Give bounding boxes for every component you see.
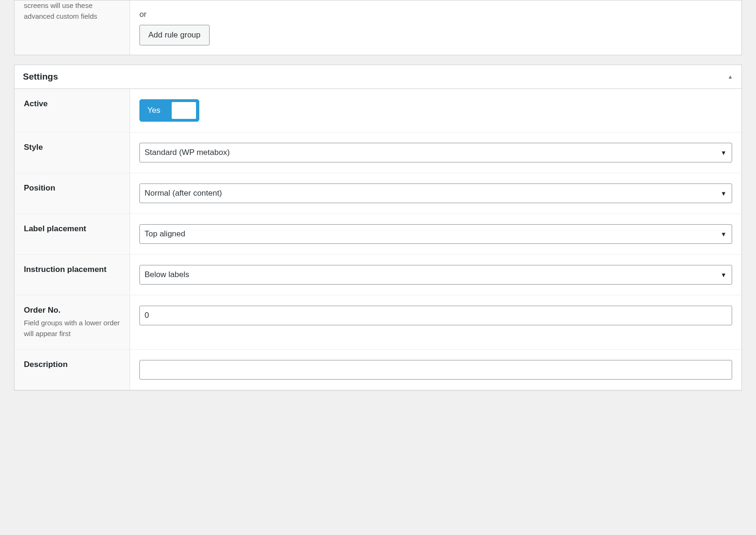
field-description: Description xyxy=(15,350,741,390)
settings-postbox: Settings ▲ Active Yes Style xyxy=(14,65,742,390)
label-position-text: Position xyxy=(24,183,120,193)
active-toggle[interactable]: Yes xyxy=(139,99,199,122)
label-style: Style xyxy=(15,132,130,173)
label-label-placement-text: Label placement xyxy=(24,224,120,234)
settings-title: Settings xyxy=(23,72,58,82)
instruction-placement-select[interactable]: Below labels xyxy=(139,265,732,285)
input-position: Normal (after content) xyxy=(130,173,741,213)
input-instruction-placement: Below labels xyxy=(130,255,741,295)
collapse-toggle-icon[interactable]: ▲ xyxy=(727,73,733,80)
location-input-cell: or Add rule group xyxy=(130,0,741,55)
label-placement-select[interactable]: Top aligned xyxy=(139,224,732,244)
label-active-text: Active xyxy=(24,99,120,109)
input-order-no xyxy=(130,295,741,349)
field-label-placement: Label placement Top aligned xyxy=(15,214,741,255)
active-toggle-on-label: Yes xyxy=(140,106,164,115)
settings-header[interactable]: Settings ▲ xyxy=(15,65,741,89)
label-description: Description xyxy=(15,350,130,390)
field-instruction-placement: Instruction placement Below labels xyxy=(15,255,741,295)
label-active: Active xyxy=(15,89,130,132)
label-order-no-text: Order No. xyxy=(24,306,120,315)
location-rules-box: screens will use these advanced custom f… xyxy=(14,0,742,55)
input-active: Yes xyxy=(130,89,741,132)
label-instruction-placement-text: Instruction placement xyxy=(24,265,120,274)
field-active: Active Yes xyxy=(15,89,741,132)
input-label-placement: Top aligned xyxy=(130,214,741,254)
order-no-input[interactable] xyxy=(139,306,732,325)
field-order-no: Order No. Field groups with a lower orde… xyxy=(15,295,741,350)
field-position: Position Normal (after content) xyxy=(15,173,741,214)
label-style-text: Style xyxy=(24,143,120,152)
input-description xyxy=(130,350,741,390)
label-label-placement: Label placement xyxy=(15,214,130,254)
location-description: screens will use these advanced custom f… xyxy=(24,0,120,22)
label-position: Position xyxy=(15,173,130,213)
field-style: Style Standard (WP metabox) xyxy=(15,132,741,173)
or-separator: or xyxy=(139,10,732,19)
label-description-text: Description xyxy=(24,360,120,369)
location-label-cell: screens will use these advanced custom f… xyxy=(15,0,130,55)
input-style: Standard (WP metabox) xyxy=(130,132,741,173)
position-select[interactable]: Normal (after content) xyxy=(139,183,732,203)
description-order-no: Field groups with a lower order will app… xyxy=(24,318,120,339)
active-toggle-slider xyxy=(171,101,197,120)
description-input[interactable] xyxy=(139,360,732,380)
style-select[interactable]: Standard (WP metabox) xyxy=(139,143,732,162)
add-rule-group-button[interactable]: Add rule group xyxy=(139,25,210,45)
label-instruction-placement: Instruction placement xyxy=(15,255,130,295)
label-order-no: Order No. Field groups with a lower orde… xyxy=(15,295,130,349)
